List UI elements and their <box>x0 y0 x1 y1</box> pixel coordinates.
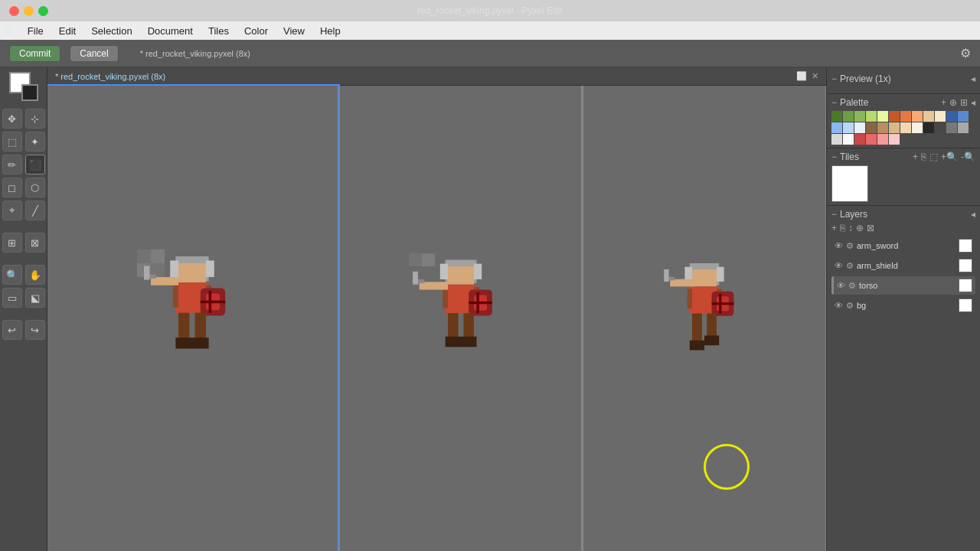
background-color[interactable] <box>21 84 38 101</box>
palette-color-15[interactable] <box>866 122 877 133</box>
tiles-copy-icon[interactable]: ⎘ <box>921 152 926 162</box>
redo-tool[interactable]: ↪ <box>25 320 45 340</box>
wand-tool[interactable]: ✦ <box>25 132 45 152</box>
palette-color-14[interactable] <box>854 122 865 133</box>
layers-add-icon[interactable]: + <box>831 223 837 233</box>
tile-preview[interactable] <box>831 165 868 202</box>
minimize-button[interactable] <box>24 6 34 16</box>
brush-tool[interactable]: ⬛ <box>25 155 45 174</box>
palette-color-18[interactable] <box>900 122 911 133</box>
layer-arm-sword[interactable]: 👁 ⚙ arm_sword <box>831 236 975 255</box>
collapse-tiles-icon[interactable]: − <box>831 152 837 162</box>
close-button[interactable] <box>9 6 19 16</box>
layer-torso[interactable]: 👁 ⚙ torso <box>831 276 975 295</box>
palette-color-22[interactable] <box>946 122 957 133</box>
palette-color-25[interactable] <box>843 134 854 145</box>
layer-arm-shield[interactable]: 👁 ⚙ arm_shield <box>831 256 975 275</box>
maximize-button[interactable] <box>38 6 48 16</box>
fill-tool[interactable]: ⬡ <box>25 178 45 197</box>
menu-view[interactable]: View <box>276 24 312 38</box>
color-swatches[interactable] <box>9 72 38 101</box>
eyedropper-tool[interactable]: ⌖ <box>2 201 22 220</box>
layer-gear-bg[interactable]: ⚙ <box>846 301 854 311</box>
layer-eye-bg[interactable]: 👁 <box>835 301 843 310</box>
layers-merge-icon[interactable]: ⊕ <box>856 223 864 233</box>
palette-color-12[interactable] <box>831 122 842 133</box>
menu-color[interactable]: Color <box>237 24 276 38</box>
tiles-grid-icon[interactable]: ⬚ <box>929 152 938 162</box>
palette-grid-icon[interactable]: ⊞ <box>960 97 968 108</box>
palette-color-3[interactable] <box>866 111 877 122</box>
transform-tool[interactable]: ⊹ <box>25 109 45 129</box>
move-tool[interactable]: ✥ <box>2 109 22 129</box>
layer-gear-arm-sword[interactable]: ⚙ <box>846 241 854 251</box>
palette-color-27[interactable] <box>866 134 877 145</box>
palette-color-13[interactable] <box>843 122 854 133</box>
palette-color-24[interactable] <box>831 134 842 145</box>
layers-delete-icon[interactable]: ⊠ <box>867 223 874 233</box>
undo-tool[interactable]: ↩ <box>2 320 22 340</box>
cancel-button[interactable]: Cancel <box>70 45 118 62</box>
layer-gear-torso[interactable]: ⚙ <box>848 281 856 291</box>
layers-expand-icon[interactable]: ◂ <box>971 209 975 220</box>
layer-eye-arm-shield[interactable]: 👁 <box>835 261 843 270</box>
palette-color-0[interactable] <box>831 111 842 122</box>
frame-3[interactable] <box>583 86 826 551</box>
palette-color-26[interactable] <box>854 134 865 145</box>
tile-tool[interactable]: ⊠ <box>25 233 45 253</box>
palette-color-7[interactable] <box>912 111 923 122</box>
palette-color-2[interactable] <box>854 111 865 122</box>
layer-gear-arm-shield[interactable]: ⚙ <box>846 261 854 271</box>
tiles-add-icon[interactable]: + <box>913 152 918 162</box>
pen-tool[interactable]: ✏ <box>2 155 22 174</box>
palette-color-19[interactable] <box>912 122 923 133</box>
palette-color-8[interactable] <box>923 111 934 122</box>
menu-tiles[interactable]: Tiles <box>201 24 237 38</box>
rect-select-tool[interactable]: ▭ <box>2 288 22 308</box>
close-tab-icon[interactable]: ✕ <box>812 71 818 81</box>
palette-color-20[interactable] <box>923 122 934 133</box>
menu-document[interactable]: Document <box>140 24 201 38</box>
pan-tool[interactable]: ✋ <box>25 265 45 285</box>
palette-color-6[interactable] <box>900 111 911 122</box>
eraser-tool[interactable]: ◻ <box>2 178 22 197</box>
crop-tool[interactable]: ⬕ <box>25 288 45 308</box>
expand-preview-icon[interactable]: ◂ <box>971 73 975 84</box>
stamp-tool[interactable]: ⊞ <box>2 233 22 253</box>
palette-color-11[interactable] <box>958 111 969 122</box>
select-tool[interactable]: ⬚ <box>2 132 22 152</box>
layer-eye-arm-sword[interactable]: 👁 <box>835 241 843 250</box>
palette-color-17[interactable] <box>889 122 900 133</box>
palette-color-16[interactable] <box>877 122 888 133</box>
palette-add-icon[interactable]: + <box>941 97 946 108</box>
layer-bg[interactable]: 👁 ⚙ bg <box>831 296 975 315</box>
palette-color-21[interactable] <box>935 122 946 133</box>
collapse-palette-icon[interactable]: − <box>831 97 837 108</box>
layer-eye-torso[interactable]: 👁 <box>837 281 845 290</box>
collapse-layers-icon[interactable]: − <box>831 209 837 220</box>
palette-color-28[interactable] <box>877 134 888 145</box>
palette-color-29[interactable] <box>889 134 900 145</box>
palette-color-10[interactable] <box>946 111 957 122</box>
palette-menu-icon[interactable]: ⊕ <box>949 97 957 108</box>
palette-expand-icon[interactable]: ◂ <box>971 97 975 108</box>
commit-button[interactable]: Commit <box>9 45 60 62</box>
layers-move-icon[interactable]: ↕ <box>848 223 853 233</box>
menu-edit[interactable]: Edit <box>51 24 83 38</box>
menu-file[interactable]: File <box>20 24 51 38</box>
restore-icon[interactable]: ⬜ <box>796 71 807 81</box>
frame-1[interactable] <box>47 86 338 551</box>
collapse-preview-icon[interactable]: − <box>831 73 837 84</box>
tiles-zoom-in-icon[interactable]: +🔍 <box>941 152 958 162</box>
layers-copy-icon[interactable]: ⎘ <box>840 223 845 233</box>
palette-color-1[interactable] <box>843 111 854 122</box>
menu-help[interactable]: Help <box>312 24 348 38</box>
palette-color-5[interactable] <box>889 111 900 122</box>
palette-color-4[interactable] <box>877 111 888 122</box>
frame-2[interactable] <box>340 86 583 551</box>
tiles-zoom-out-icon[interactable]: -🔍 <box>961 152 975 162</box>
file-tab[interactable]: * red_rocket_viking.pyxel (8x) <box>55 72 165 81</box>
menu-selection[interactable]: Selection <box>83 24 139 38</box>
line-tool[interactable]: ╱ <box>25 201 45 220</box>
settings-icon[interactable]: ⚙ <box>960 47 971 60</box>
